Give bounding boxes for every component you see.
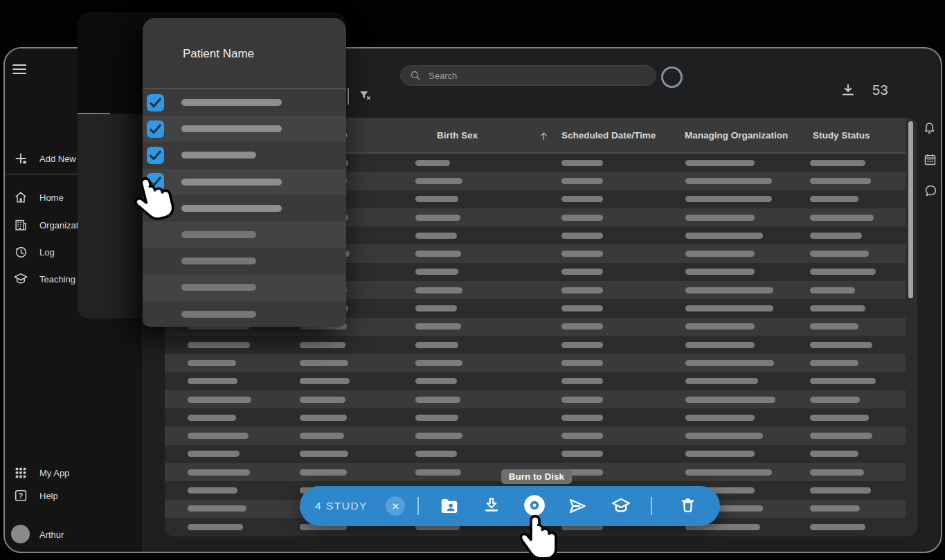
- skeleton-bar: [188, 378, 237, 384]
- skeleton-bar: [300, 451, 348, 457]
- chat-icon[interactable]: [924, 183, 938, 198]
- skeleton-bar: [415, 378, 457, 384]
- send-icon: [567, 496, 588, 516]
- open-folder-button[interactable]: [439, 496, 460, 516]
- skeleton-bar: [685, 305, 773, 311]
- filter-option-row[interactable]: [143, 116, 346, 142]
- download-button[interactable]: [482, 496, 501, 515]
- skeleton-bar: [810, 415, 869, 421]
- checkbox-checked[interactable]: [147, 147, 164, 164]
- sidebar-item-help[interactable]: ?Help: [0, 487, 142, 504]
- status-ring-icon[interactable]: [661, 66, 683, 88]
- chat-icon: [924, 183, 938, 198]
- skeleton-bar: [810, 378, 876, 384]
- bell-icon: [922, 121, 937, 136]
- skeleton-bar: [300, 433, 344, 439]
- skeleton-bar: [685, 287, 773, 293]
- table-row[interactable]: [165, 445, 906, 463]
- calendar-icon[interactable]: [923, 152, 937, 167]
- sidebar-item-my-app[interactable]: My App: [0, 464, 142, 481]
- skeleton-bar: [415, 251, 461, 257]
- skeleton-bar: [415, 233, 457, 239]
- action-bar-divider: [417, 497, 419, 515]
- skeleton-bar: [561, 160, 603, 166]
- add-new-icon: [13, 151, 28, 166]
- filter-option-row[interactable]: [143, 248, 346, 274]
- table-row[interactable]: [165, 372, 906, 390]
- table-row[interactable]: [165, 408, 906, 426]
- send-button[interactable]: [567, 496, 588, 516]
- sort-asc-icon: [538, 130, 550, 142]
- table-row[interactable]: [165, 390, 906, 408]
- skeleton-bar: [561, 397, 603, 403]
- skeleton-bar: [685, 342, 755, 348]
- column-header-scheduled-date-time[interactable]: Scheduled Date/Time: [561, 118, 656, 154]
- skeleton-bar: [415, 305, 457, 311]
- bell-icon[interactable]: [922, 121, 937, 136]
- download-count: 53: [872, 82, 888, 98]
- skeleton-bar: [685, 469, 772, 476]
- check-icon: [147, 147, 164, 164]
- close-icon[interactable]: [386, 496, 405, 516]
- toolbar-divider: [348, 88, 349, 105]
- download-icon: [482, 496, 501, 515]
- teaching-icon: [13, 271, 28, 287]
- skeleton-bar: [181, 152, 256, 159]
- column-header-birth-sex[interactable]: Birth Sex: [437, 118, 478, 154]
- skeleton-bar: [685, 178, 772, 184]
- scrollbar-thumb[interactable]: [908, 121, 913, 298]
- search-bar[interactable]: [400, 65, 656, 86]
- help-icon: ?: [13, 488, 28, 503]
- filter-option-row[interactable]: [143, 142, 346, 168]
- skeleton-bar: [188, 415, 236, 421]
- skeleton-bar: [810, 233, 862, 239]
- download-tray-icon[interactable]: [840, 82, 856, 99]
- skeleton-bar: [561, 196, 603, 202]
- table-row[interactable]: [165, 336, 906, 354]
- skeleton-bar: [810, 196, 858, 202]
- close-icon: [390, 501, 401, 512]
- skeleton-bar: [181, 231, 256, 238]
- skeleton-bar: [685, 196, 772, 202]
- skeleton-bar: [810, 251, 869, 257]
- skeleton-bar: [415, 178, 462, 184]
- filter-option-row[interactable]: [143, 222, 346, 248]
- search-input[interactable]: [427, 70, 638, 82]
- filter-option-row[interactable]: [143, 274, 346, 300]
- selection-count-label: 4 STUDY: [315, 486, 368, 526]
- skeleton-bar: [810, 524, 865, 530]
- table-row[interactable]: [165, 354, 906, 372]
- skeleton-bar: [181, 205, 282, 212]
- sort-asc-icon[interactable]: [538, 130, 550, 142]
- filter-remove-icon[interactable]: [358, 89, 372, 103]
- delete-button[interactable]: [678, 496, 697, 514]
- skeleton-bar: [685, 360, 774, 366]
- skeleton-bar: [415, 160, 450, 166]
- checkbox-checked[interactable]: [147, 120, 164, 138]
- filter-option-row[interactable]: [143, 301, 346, 327]
- skeleton-bar: [188, 505, 246, 512]
- skeleton-bar: [415, 196, 458, 202]
- log-icon: [13, 244, 28, 260]
- checkbox-checked[interactable]: [147, 94, 164, 111]
- home-icon: [13, 190, 28, 205]
- sidebar-item-label: Help: [39, 491, 58, 501]
- skeleton-bar: [188, 524, 243, 530]
- filter-option-row[interactable]: [143, 89, 346, 116]
- column-header-study-status[interactable]: Study Status: [813, 118, 870, 154]
- skeleton-bar: [188, 397, 251, 403]
- menu-icon[interactable]: [12, 64, 26, 74]
- sidebar-item-label: Add New: [39, 154, 76, 164]
- skeleton-bar: [561, 215, 603, 221]
- skeleton-bar: [561, 269, 603, 275]
- skeleton-bar: [561, 415, 603, 421]
- check-icon: [147, 94, 164, 111]
- skeleton-bar: [685, 451, 755, 457]
- skeleton-bar: [300, 342, 345, 348]
- skeleton-bar: [685, 233, 763, 239]
- skeleton-bar: [810, 160, 865, 166]
- table-row[interactable]: [165, 426, 906, 444]
- column-header-managing-organization[interactable]: Managing Organization: [685, 118, 788, 154]
- avatar[interactable]: [11, 525, 30, 543]
- teaching-button[interactable]: [611, 496, 631, 516]
